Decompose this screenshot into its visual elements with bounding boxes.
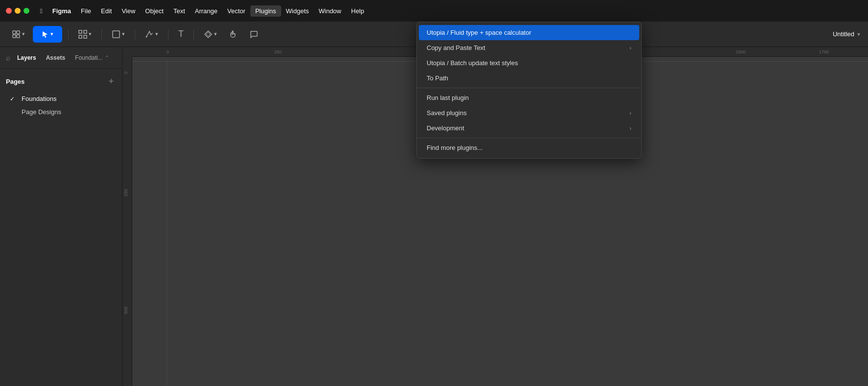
move-tool-button[interactable]: ▾	[33, 26, 62, 43]
plugin-saved-plugins[interactable]: Saved plugins ›	[419, 105, 639, 121]
grid-chevron-icon: ▾	[22, 31, 25, 37]
component-tool-button[interactable]: ▾	[200, 26, 221, 43]
svg-point-9	[146, 36, 147, 37]
pages-header: Pages +	[6, 76, 116, 86]
shape-chevron-icon: ▾	[122, 31, 125, 37]
apple-menu[interactable]: 	[35, 5, 48, 17]
breadcrumb-up-icon	[105, 55, 109, 60]
svg-rect-4	[79, 30, 82, 33]
plugin-copy-paste-label: Copy and Paste Text	[427, 44, 485, 51]
add-page-button[interactable]: +	[106, 76, 116, 86]
origin-line-v	[167, 61, 167, 386]
plugin-to-path[interactable]: To Path	[419, 71, 639, 86]
frame-tool-button[interactable]: ▾	[74, 26, 96, 43]
plugin-utopia-fluid-label: Utopia / Fluid type + space calculator	[427, 29, 531, 36]
help-menu[interactable]: Help	[346, 5, 369, 17]
plugin-development[interactable]: Development ›	[419, 121, 639, 136]
file-menu[interactable]: File	[76, 5, 96, 17]
vector-menu[interactable]: Vector	[222, 5, 250, 17]
plugins-menu[interactable]: Plugins	[250, 5, 281, 17]
component-chevron-icon: ▾	[214, 31, 217, 37]
svg-rect-7	[84, 35, 87, 38]
plugins-dropdown: Utopia / Fluid type + space calculator C…	[416, 22, 642, 159]
traffic-lights	[6, 8, 29, 14]
title-chevron-icon[interactable]: ▾	[857, 31, 860, 38]
plugin-find-more[interactable]: Find more plugins...	[419, 140, 639, 155]
toolbar-separator-2	[101, 29, 102, 39]
plugin-run-last-label: Run last plugin	[427, 94, 469, 101]
frame-chevron-icon: ▾	[89, 31, 92, 37]
svg-rect-3	[17, 35, 20, 38]
minimize-button[interactable]	[15, 8, 21, 14]
plugin-find-more-label: Find more plugins...	[427, 144, 482, 151]
breadcrumb-label: Foundati...	[75, 54, 103, 61]
figma-menu[interactable]: Figma	[48, 5, 76, 17]
ruler-mark-0: 0	[167, 49, 169, 54]
svg-rect-0	[13, 31, 16, 34]
plugin-utopia-batch[interactable]: Utopia / Batch update text styles	[419, 55, 639, 71]
pen-chevron-icon: ▾	[155, 31, 158, 37]
plugin-saved-plugins-label: Saved plugins	[427, 109, 467, 117]
assets-tab[interactable]: Assets	[43, 52, 68, 63]
comment-tool-button[interactable]	[245, 26, 262, 43]
close-button[interactable]	[6, 8, 12, 14]
ruler-mark-v500: 500	[123, 307, 128, 314]
window-menu[interactable]: Window	[314, 5, 346, 17]
ruler-mark-1500: 1500	[736, 49, 746, 54]
page-check-icon: ✓	[10, 96, 18, 102]
ruler-mark-1750: 1750	[819, 49, 829, 54]
pages-title: Pages	[6, 78, 24, 85]
plugin-copy-paste[interactable]: Copy and Paste Text ›	[419, 40, 639, 55]
svg-rect-8	[113, 31, 120, 38]
page-item-page-designs[interactable]: Page Designs	[6, 105, 116, 119]
layers-tab[interactable]: Layers	[14, 52, 39, 63]
sidebar-header: Layers Assets Foundati...	[0, 47, 122, 69]
toolbar-separator-1	[68, 29, 69, 39]
ruler-mark-v250: 250	[123, 189, 128, 196]
arrange-menu[interactable]: Arrange	[190, 5, 222, 17]
text-tool-icon: T	[178, 29, 184, 39]
toolbar-separator-5	[193, 29, 194, 39]
ruler-mark-250: 250	[274, 49, 282, 54]
pen-tool-button[interactable]: ▾	[141, 26, 162, 43]
left-sidebar: Layers Assets Foundati... Pages + ✓ Foun…	[0, 47, 122, 386]
menu-bar:  Figma File Edit View Object Text Arran…	[0, 0, 868, 22]
saved-plugins-arrow-icon: ›	[629, 110, 631, 117]
ruler-left: 0 250 500	[122, 57, 132, 386]
page-name-page-designs: Page Designs	[22, 108, 61, 116]
pages-section: Pages + ✓ Foundations Page Designs	[0, 69, 122, 122]
widgets-menu[interactable]: Widgets	[281, 5, 314, 17]
maximize-button[interactable]	[24, 8, 29, 14]
object-menu[interactable]: Object	[140, 5, 169, 17]
ruler-mark-v0: 0	[123, 72, 128, 74]
hand-tool-button[interactable]	[225, 26, 241, 43]
edit-menu[interactable]: Edit	[96, 5, 117, 17]
development-arrow-icon: ›	[629, 125, 631, 132]
plugin-run-last[interactable]: Run last plugin	[419, 90, 639, 105]
toolbar-separator-4	[168, 29, 169, 39]
document-title: Untitled	[833, 30, 854, 38]
svg-rect-6	[79, 35, 82, 38]
text-tool-button[interactable]: T	[174, 26, 188, 43]
svg-rect-1	[17, 31, 20, 34]
page-item-foundations[interactable]: ✓ Foundations	[6, 92, 116, 105]
svg-rect-2	[13, 35, 16, 38]
page-name-foundations: Foundations	[22, 95, 57, 102]
plugin-development-label: Development	[427, 124, 464, 132]
title-bar: Untitled ▾	[833, 30, 860, 38]
view-menu[interactable]: View	[117, 5, 140, 17]
copy-paste-arrow-icon: ›	[629, 45, 631, 51]
shape-tool-button[interactable]: ▾	[108, 26, 129, 43]
plugin-utopia-fluid[interactable]: Utopia / Fluid type + space calculator	[419, 25, 639, 40]
menu-separator-1	[417, 88, 641, 88]
svg-rect-5	[84, 30, 87, 33]
ruler-corner	[122, 47, 132, 57]
page-breadcrumb[interactable]: Foundati...	[72, 52, 112, 63]
grid-tool-button[interactable]: ▾	[8, 26, 29, 43]
search-icon[interactable]	[6, 53, 10, 62]
move-chevron-icon: ▾	[50, 31, 53, 37]
menu-separator-2	[417, 138, 641, 138]
toolbar-separator-3	[135, 29, 135, 39]
plugin-utopia-batch-label: Utopia / Batch update text styles	[427, 59, 518, 67]
text-menu[interactable]: Text	[169, 5, 190, 17]
